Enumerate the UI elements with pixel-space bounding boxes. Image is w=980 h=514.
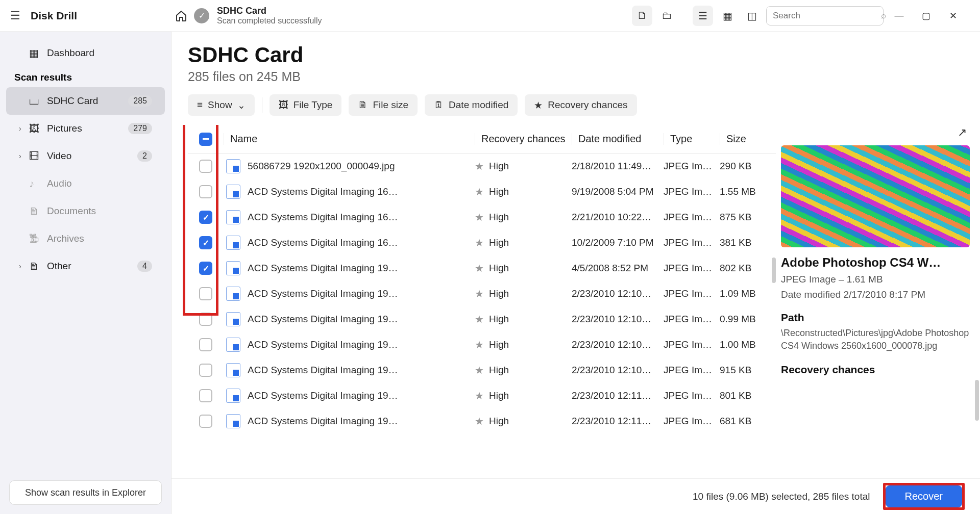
table-row[interactable]: ACD Systems Digital Imaging 16…★High10/2… <box>188 230 776 255</box>
file-icon <box>226 414 240 428</box>
new-file-button[interactable]: 🗋 <box>632 6 652 26</box>
table-row[interactable]: ACD Systems Digital Imaging 19…★High2/23… <box>188 357 776 383</box>
chevron-right-icon: › <box>19 262 29 270</box>
sidebar-item-other[interactable]: ›🗎Other4 <box>6 252 165 280</box>
date-value: 9/19/2008 5:04 PM <box>572 186 664 197</box>
table-row[interactable]: ACD Systems Digital Imaging 19…★High2/23… <box>188 306 776 332</box>
folder-button[interactable]: 🗀 <box>656 6 677 26</box>
table-row[interactable]: ACD Systems Digital Imaging 16…★High9/19… <box>188 179 776 204</box>
row-checkbox[interactable] <box>199 313 212 326</box>
close-button[interactable]: ✕ <box>942 10 965 21</box>
sidebar-item-label: Pictures <box>47 123 128 134</box>
star-icon: ★ <box>475 415 484 427</box>
preview-title: Adobe Photoshop CS4 W… <box>781 255 970 270</box>
sidebar-item-audio[interactable]: ♪Audio <box>6 170 165 197</box>
select-all-checkbox[interactable] <box>199 133 212 146</box>
sidebar-item-documents[interactable]: 🗎Documents <box>6 197 165 225</box>
show-in-explorer-button[interactable]: Show scan results in Explorer <box>9 480 162 505</box>
minimize-button[interactable]: — <box>888 10 911 21</box>
preview-image <box>781 145 970 247</box>
star-icon: ★ <box>475 211 484 223</box>
table-row[interactable]: ACD Systems Digital Imaging 19…★High2/23… <box>188 332 776 357</box>
table-row[interactable]: ACD Systems Digital Imaging 19…★High2/23… <box>188 408 776 434</box>
file-name: 56086729 1920x1200_000049.jpg <box>248 161 395 172</box>
sidebar-item-archives[interactable]: 🗜Archives <box>6 225 165 252</box>
row-checkbox[interactable] <box>199 338 212 351</box>
row-checkbox[interactable] <box>199 389 212 402</box>
star-icon: ★ <box>475 288 484 300</box>
sidebar-item-label: Video <box>47 150 137 162</box>
panel-view-button[interactable]: ◫ <box>742 6 762 26</box>
type-value: JPEG Im… <box>664 288 720 299</box>
sidebar-icon: 🗎 <box>29 261 47 272</box>
size-value: 0.99 MB <box>720 314 776 325</box>
app-title: Disk Drill <box>31 10 168 22</box>
recovery-value: High <box>489 161 509 172</box>
sidebar-item-sdhc-card[interactable]: ⌴SDHC Card285 <box>6 87 165 115</box>
table-row[interactable]: 56086729 1920x1200_000049.jpg★High2/18/2… <box>188 153 776 179</box>
file-size-filter[interactable]: 🗎File size <box>349 94 418 116</box>
recovery-value: High <box>489 365 509 376</box>
home-button[interactable] <box>168 10 194 22</box>
sidebar-item-pictures[interactable]: ›🖼Pictures279 <box>6 115 165 142</box>
recover-button[interactable]: Recover <box>886 485 962 507</box>
table-row[interactable]: ACD Systems Digital Imaging 16…★High2/21… <box>188 204 776 230</box>
sidebar-icon: 🗎 <box>29 205 47 217</box>
col-name[interactable]: Name <box>224 133 475 145</box>
filter-label: Date modified <box>449 99 508 111</box>
row-checkbox[interactable] <box>199 185 212 198</box>
calendar-icon: 🗓 <box>434 99 444 111</box>
sidebar-dashboard[interactable]: ▦ Dashboard <box>6 39 165 67</box>
annotation-redbox-recover: Recover <box>883 483 965 510</box>
col-date[interactable]: Date modified <box>572 133 664 145</box>
table-row[interactable]: ACD Systems Digital Imaging 19…★High2/23… <box>188 281 776 306</box>
filter-label: Show <box>208 99 232 111</box>
row-checkbox[interactable] <box>199 211 212 224</box>
open-external-icon[interactable]: ↗ <box>958 126 967 139</box>
row-checkbox[interactable] <box>199 160 212 173</box>
row-checkbox[interactable] <box>199 236 212 249</box>
size-value: 1.09 MB <box>720 288 776 299</box>
hamburger-icon[interactable]: ☰ <box>0 9 31 22</box>
preview-meta-type: JPEG Image – 1.61 MB <box>781 274 970 285</box>
row-checkbox[interactable] <box>199 415 212 428</box>
preview-scrollbar[interactable] <box>975 380 979 421</box>
date-modified-filter[interactable]: 🗓Date modified <box>425 94 518 116</box>
sidebar-item-video[interactable]: ›🎞Video2 <box>6 142 165 170</box>
row-checkbox[interactable] <box>199 287 212 300</box>
size-value: 381 KB <box>720 237 776 248</box>
col-recovery[interactable]: Recovery chances <box>475 133 572 145</box>
file-name: ACD Systems Digital Imaging 19… <box>248 263 398 274</box>
maximize-button[interactable]: ▢ <box>915 10 938 21</box>
image-icon: 🖼 <box>279 99 288 111</box>
grid-view-button[interactable]: ▦ <box>717 6 738 26</box>
recovery-filter[interactable]: ★Recovery chances <box>525 94 636 116</box>
sidebar-icon: ♪ <box>29 178 47 190</box>
file-icon <box>226 363 240 377</box>
recovery-value: High <box>489 237 509 248</box>
chevron-down-icon: ⌄ <box>237 99 246 111</box>
file-icon <box>226 338 240 352</box>
filter-label: Recovery chances <box>548 99 627 111</box>
preview-meta-date: Date modified 2/17/2010 8:17 PM <box>781 289 970 300</box>
filter-label: File size <box>373 99 408 111</box>
search-input[interactable] <box>773 11 881 21</box>
type-value: JPEG Im… <box>664 212 720 223</box>
col-type[interactable]: Type <box>664 133 720 145</box>
sidebar-section-title: Scan results <box>0 67 171 87</box>
sidebar-item-label: Audio <box>47 178 152 189</box>
preview-recovery-label: Recovery chances <box>781 364 970 376</box>
search-input-wrap[interactable]: ⌕ <box>766 6 884 25</box>
list-view-button[interactable]: ☰ <box>693 6 713 26</box>
show-filter[interactable]: ≡Show⌄ <box>188 94 255 116</box>
scrollbar[interactable] <box>772 258 776 283</box>
col-size[interactable]: Size <box>720 133 776 145</box>
row-checkbox[interactable] <box>199 364 212 377</box>
file-type-filter[interactable]: 🖼File Type <box>270 94 342 116</box>
file-name: ACD Systems Digital Imaging 19… <box>248 314 398 325</box>
table-row[interactable]: ACD Systems Digital Imaging 19…★High4/5/… <box>188 255 776 281</box>
table-row[interactable]: ACD Systems Digital Imaging 19…★High2/23… <box>188 383 776 408</box>
file-name: ACD Systems Digital Imaging 19… <box>248 390 398 401</box>
size-value: 915 KB <box>720 365 776 376</box>
row-checkbox[interactable] <box>199 262 212 275</box>
